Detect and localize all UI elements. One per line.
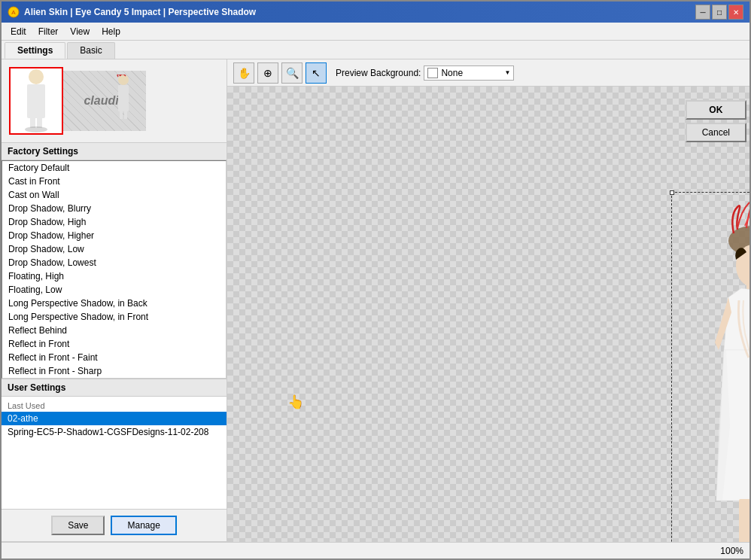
menu-bar: Edit Filter View Help [2,23,749,41]
list-item-reflect-in-front[interactable]: Reflect in Front [2,337,226,351]
list-item-drop-shadow-lowest[interactable]: Drop Shadow, Lowest [2,256,226,269]
list-item-drop-shadow-blurry[interactable]: Drop Shadow, Blurry [2,202,226,215]
svg-point-7 [118,75,129,85]
move-tool-icon: ⊕ [263,67,272,79]
zoom-tool-icon: 🔍 [286,67,299,79]
ok-button[interactable]: OK [686,100,746,120]
user-settings-header: User Settings [2,379,227,397]
list-item-long-persp-back[interactable]: Long Perspective Shadow, in Back [2,297,226,310]
preview-bg-value: None [441,68,463,78]
menu-help[interactable]: Help [96,25,126,38]
close-button[interactable]: ✕ [728,5,743,20]
svg-rect-4 [30,117,35,128]
svg-text:A: A [11,9,16,16]
user-settings-section: User Settings Last Used 02-athe Spring-E… [2,379,227,542]
minimize-button[interactable]: ─ [695,5,710,20]
svg-rect-3 [27,84,45,118]
svg-point-2 [29,69,44,84]
list-item-reflect-front-faint[interactable]: Reflect in Front - Faint [2,351,226,364]
fashion-figure-svg [677,199,749,542]
main-window: A Alien Skin | Eye Candy 5 Impact | Pers… [0,0,751,560]
list-item-cast-in-front[interactable]: Cast in Front [2,175,226,188]
cursor-tool-button[interactable]: ↖ [306,62,327,84]
app-icon: A [8,6,20,18]
fashion-figure-canvas [677,199,749,542]
factory-settings-header: Factory Settings [2,143,227,160]
list-item-floating-high[interactable]: Floating, High [2,269,226,283]
zoom-tool-button[interactable]: 🔍 [281,62,303,84]
maximize-button[interactable]: □ [712,5,727,20]
svg-point-6 [25,126,47,132]
thumbnail-preview [9,67,63,135]
tab-bar: Settings Basic [2,41,749,59]
preview-bg-label: Preview Background: [336,68,421,78]
zoom-level: 100% [720,546,743,556]
factory-settings-list-container[interactable]: Factory Default Cast in Front Cast on Wa… [2,160,227,379]
left-panel: claudia Factory Settings [2,59,227,542]
main-content: claudia Factory Settings [2,59,749,542]
canvas-area[interactable]: 👆 [227,87,749,542]
cursor-tool-icon: ↖ [312,67,321,79]
corner-handle-tl[interactable] [670,190,674,195]
svg-rect-5 [37,117,42,128]
canvas-main: 👆 [227,87,749,542]
menu-filter[interactable]: Filter [32,25,65,38]
list-item-reflect-behind[interactable]: Reflect Behind [2,324,226,337]
shadow-preview-image: claudia [63,71,146,131]
preview-thumb-area: claudia [2,59,227,143]
title-bar-left: A Alien Skin | Eye Candy 5 Impact | Pers… [8,6,256,18]
preview-figure-mini [112,75,135,123]
user-item-02athe[interactable]: 02-athe [2,412,227,425]
bottom-buttons: Save Manage [2,509,227,541]
user-item-spring-ec5[interactable]: Spring-EC5-P-Shadow1-CGSFDesigns-11-02-2… [2,425,227,439]
list-cursor-indicator: 👆 [287,394,304,410]
bg-color-swatch [427,68,438,78]
list-item-drop-shadow-high[interactable]: Drop Shadow, High [2,215,226,229]
svg-rect-20 [739,499,749,542]
dropdown-arrow-icon: ▼ [504,69,510,76]
title-controls: ─ □ ✕ [695,5,743,20]
window-title: Alien Skin | Eye Candy 5 Impact | Perspe… [24,7,256,17]
manage-button[interactable]: Manage [111,516,176,535]
tab-settings[interactable]: Settings [5,42,65,59]
last-used-label: Last Used [2,400,227,412]
ok-cancel-container: OK Cancel [686,100,746,142]
svg-rect-9 [120,110,123,119]
toolbar-area: ✋ ⊕ 🔍 ↖ Preview Background: None ▼ [227,59,749,87]
hand-tool-button[interactable]: ✋ [233,62,254,84]
list-item-reflect-front-sharp[interactable]: Reflect in Front - Sharp [2,364,226,378]
list-item-drop-shadow-low[interactable]: Drop Shadow, Low [2,242,226,256]
tab-basic[interactable]: Basic [67,42,114,59]
preview-bg-select[interactable]: None ▼ [424,65,514,81]
list-item-drop-shadow-higher[interactable]: Drop Shadow, Higher [2,229,226,242]
move-tool-button[interactable]: ⊕ [257,62,278,84]
title-bar: A Alien Skin | Eye Candy 5 Impact | Pers… [2,2,749,23]
cancel-button[interactable]: Cancel [686,123,746,142]
hand-tool-icon: ✋ [238,67,251,79]
list-item-cast-on-wall[interactable]: Cast on Wall [2,188,226,202]
status-bar: 100% [2,542,749,558]
user-settings-list[interactable]: Last Used 02-athe Spring-EC5-P-Shadow1-C… [2,397,227,509]
save-button[interactable]: Save [51,516,105,535]
list-item-floating-low[interactable]: Floating, Low [2,283,226,297]
thumb-inner [11,68,62,133]
right-panel: OK Cancel 👆 ✋ ⊕ 🔍 ↖ Preview Backgr [227,59,749,542]
menu-edit[interactable]: Edit [5,25,32,38]
menu-view[interactable]: View [64,25,96,38]
svg-rect-10 [124,110,127,119]
factory-settings-section: Factory Settings Factory Default Cast in… [2,143,227,379]
list-item-factory-default[interactable]: Factory Default [2,161,226,175]
list-item-long-persp-front[interactable]: Long Perspective Shadow, in Front [2,310,226,324]
svg-rect-8 [118,85,129,111]
thumb-figure-svg [11,68,62,134]
